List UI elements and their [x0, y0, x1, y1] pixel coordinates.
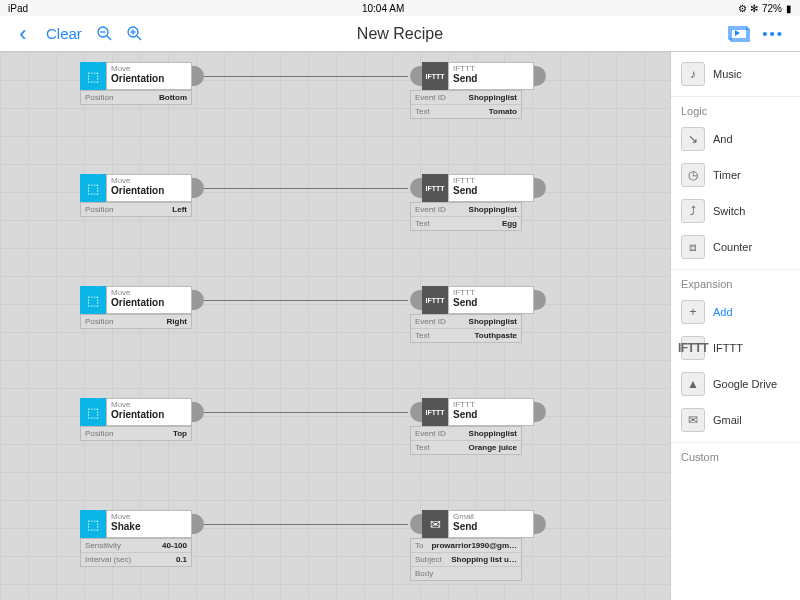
- param-row[interactable]: PositionBottom: [81, 91, 191, 104]
- param-row[interactable]: PositionRight: [81, 315, 191, 328]
- sidebar-item[interactable]: ⧈Counter: [671, 229, 800, 265]
- block-title: Send: [453, 73, 529, 84]
- param-row[interactable]: Event IDShoppinglist: [411, 203, 521, 217]
- output-port[interactable]: [192, 178, 204, 198]
- output-port[interactable]: [192, 66, 204, 86]
- block-params[interactable]: Sensitivity40-100Interval (sec)0.1: [80, 538, 192, 567]
- canvas[interactable]: ⬚MoveOrientationPositionBottomIFTTTIFTTT…: [0, 52, 670, 600]
- block-subtitle: Move: [111, 400, 187, 409]
- block-title: Orientation: [111, 185, 187, 196]
- input-port[interactable]: [410, 66, 422, 86]
- svg-line-1: [107, 36, 111, 40]
- output-port[interactable]: [192, 290, 204, 310]
- sidebar-icon: ⧈: [681, 235, 705, 259]
- block-params[interactable]: PositionRight: [80, 314, 192, 329]
- input-port[interactable]: [410, 402, 422, 422]
- block-params[interactable]: PositionTop: [80, 426, 192, 441]
- connection-wire: [204, 524, 408, 525]
- block-params[interactable]: Event IDShoppinglistTextTouthpaste: [410, 314, 522, 343]
- connection-wire: [204, 76, 408, 77]
- block-title: Send: [453, 409, 529, 420]
- ifttt-icon: IFTTT: [422, 62, 448, 90]
- move-icon: ⬚: [80, 62, 106, 90]
- block-title: Orientation: [111, 73, 187, 84]
- output-port[interactable]: [534, 66, 546, 86]
- mail-icon: ✉: [422, 510, 448, 538]
- block-title: Send: [453, 297, 529, 308]
- param-row[interactable]: Interval (sec)0.1: [81, 553, 191, 566]
- zoom-in-icon[interactable]: [124, 23, 146, 45]
- param-row[interactable]: Toprowarrior1990@gm…: [411, 539, 521, 553]
- input-port[interactable]: [410, 178, 422, 198]
- sidebar-item[interactable]: ♪Music: [671, 56, 800, 92]
- input-port[interactable]: [410, 290, 422, 310]
- param-row[interactable]: Event IDShoppinglist: [411, 91, 521, 105]
- preview-icon[interactable]: [728, 23, 750, 45]
- output-port[interactable]: [534, 514, 546, 534]
- sidebar-icon: ✉: [681, 408, 705, 432]
- block-title: Orientation: [111, 409, 187, 420]
- sidebar-item[interactable]: ⤴Switch: [671, 193, 800, 229]
- sidebar-icon: ◷: [681, 163, 705, 187]
- output-port[interactable]: [534, 402, 546, 422]
- sidebar-item[interactable]: +Add: [671, 294, 800, 330]
- sidebar-item[interactable]: IFTTTIFTTT: [671, 330, 800, 366]
- output-port[interactable]: [534, 178, 546, 198]
- sidebar-label: Google Drive: [713, 378, 777, 390]
- block-subtitle: Gmail: [453, 512, 529, 521]
- zoom-out-icon[interactable]: [94, 23, 116, 45]
- move-icon: ⬚: [80, 286, 106, 314]
- output-port[interactable]: [534, 290, 546, 310]
- back-button[interactable]: ‹: [12, 23, 34, 45]
- param-row[interactable]: TextTouthpaste: [411, 329, 521, 342]
- param-key: Position: [85, 429, 113, 438]
- param-row[interactable]: Sensitivity40-100: [81, 539, 191, 553]
- block-header: IFTTTSend: [448, 286, 534, 314]
- block-params[interactable]: Event IDShoppinglistTextEgg: [410, 202, 522, 231]
- block-params[interactable]: Event IDShoppinglistTextTomato: [410, 90, 522, 119]
- block-header: IFTTTSend: [448, 174, 534, 202]
- block-header: MoveOrientation: [106, 286, 192, 314]
- sidebar-icon: +: [681, 300, 705, 324]
- param-value: prowarrior1990@gm…: [431, 541, 517, 550]
- param-key: Position: [85, 205, 113, 214]
- output-port[interactable]: [192, 402, 204, 422]
- block-params[interactable]: PositionLeft: [80, 202, 192, 217]
- param-key: Subject: [415, 555, 442, 564]
- param-value: Top: [173, 429, 187, 438]
- block-params[interactable]: PositionBottom: [80, 90, 192, 105]
- block-params[interactable]: Toprowarrior1990@gm…SubjectShopping list…: [410, 538, 522, 581]
- sidebar-icon: ▲: [681, 372, 705, 396]
- sidebar-label: Music: [713, 68, 742, 80]
- sidebar-item[interactable]: ◷Timer: [671, 157, 800, 193]
- block-params[interactable]: Event IDShoppinglistTextOrange juice: [410, 426, 522, 455]
- sidebar-item[interactable]: ↘And: [671, 121, 800, 157]
- param-row[interactable]: PositionTop: [81, 427, 191, 440]
- move-icon: ⬚: [80, 510, 106, 538]
- param-row[interactable]: Event IDShoppinglist: [411, 315, 521, 329]
- more-button[interactable]: •••: [754, 25, 792, 42]
- sidebar-header-custom: Custom: [671, 442, 800, 467]
- param-key: Text: [415, 107, 430, 116]
- sidebar-item[interactable]: ✉Gmail: [671, 402, 800, 438]
- param-row[interactable]: PositionLeft: [81, 203, 191, 216]
- param-row[interactable]: Event IDShoppinglist: [411, 427, 521, 441]
- param-row[interactable]: TextOrange juice: [411, 441, 521, 454]
- param-row[interactable]: Body: [411, 567, 521, 580]
- sidebar-item[interactable]: ▲Google Drive: [671, 366, 800, 402]
- output-port[interactable]: [192, 514, 204, 534]
- param-row[interactable]: TextEgg: [411, 217, 521, 230]
- param-value: Shoppinglist: [469, 93, 517, 102]
- param-value: Shoppinglist: [469, 317, 517, 326]
- clock: 10:04 AM: [362, 3, 404, 14]
- block-subtitle: Move: [111, 512, 187, 521]
- device-label: iPad: [8, 3, 28, 14]
- clear-button[interactable]: Clear: [38, 25, 90, 42]
- block-title: Orientation: [111, 297, 187, 308]
- param-key: Event ID: [415, 93, 446, 102]
- param-row[interactable]: SubjectShopping list u…: [411, 553, 521, 567]
- input-port[interactable]: [410, 514, 422, 534]
- block-title: Send: [453, 185, 529, 196]
- param-value: Left: [172, 205, 187, 214]
- param-row[interactable]: TextTomato: [411, 105, 521, 118]
